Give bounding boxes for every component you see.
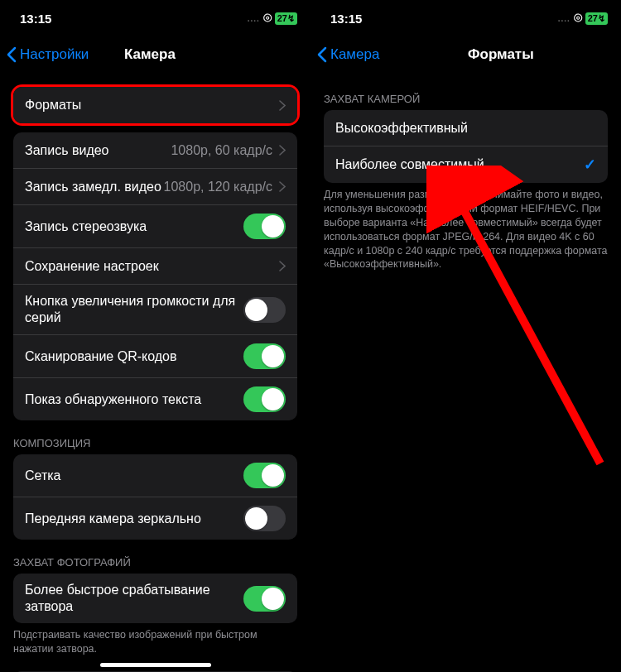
label-most-compatible: Наиболее совместимый [335, 156, 584, 173]
label-faster-shutter: Более быстрое срабатывание затвора [25, 582, 243, 615]
screen-formats: 13:15 .... ⦾ 27↯ Камера Форматы ЗАХВАТ К… [310, 0, 621, 672]
capture-footer: Подстраивать качество изображений при бы… [0, 623, 310, 656]
back-button[interactable]: Настройки [7, 46, 89, 63]
row-volume-burst[interactable]: Кнопка увеличения громкости для серий [13, 285, 297, 335]
chevron-right-icon [279, 261, 286, 271]
highlight-box: Форматы [11, 84, 300, 126]
row-high-efficiency[interactable]: Высокоэффективный [324, 110, 608, 146]
label-mirror: Передняя камера зеркально [25, 511, 243, 527]
chevron-right-icon [279, 145, 286, 156]
chevron-left-icon [7, 46, 17, 63]
back-button[interactable]: Камера [317, 46, 379, 63]
switch-qr[interactable] [243, 343, 286, 369]
content: ЗАХВАТ КАМЕРОЙ Высокоэффективный Наиболе… [310, 73, 621, 271]
row-formats[interactable]: Форматы [13, 87, 297, 123]
row-most-compatible[interactable]: Наиболее совместимый ✓ [324, 146, 608, 183]
hotspot-icon: ⦾ [263, 12, 272, 25]
status-dots: .... [248, 14, 260, 23]
row-record-video[interactable]: Запись видео 1080p, 60 кадр/с [13, 132, 297, 169]
switch-grid[interactable] [243, 463, 286, 488]
row-detected-text[interactable]: Показ обнаруженного текста [13, 378, 297, 420]
switch-volume-burst[interactable] [243, 297, 286, 323]
label-formats: Форматы [25, 97, 279, 113]
group-header-capture-camera: ЗАХВАТ КАМЕРОЙ [310, 84, 621, 110]
label-detected-text: Показ обнаруженного текста [25, 391, 243, 408]
back-label: Настройки [20, 46, 89, 63]
detail-record-video: 1080p, 60 кадр/с [171, 143, 272, 158]
status-right: .... ⦾ 27↯ [558, 12, 608, 25]
chevron-right-icon [279, 100, 286, 111]
status-bar: 13:15 .... ⦾ 27↯ [0, 0, 310, 36]
screen-camera-settings: 13:15 .... ⦾ 27↯ Настройки Камера Формат… [0, 0, 310, 672]
detail-record-slowmo: 1080p, 120 кадр/с [164, 180, 272, 194]
status-time: 13:15 [20, 12, 51, 26]
group-header-capture: ЗАХВАТ ФОТОГРАФИЙ [0, 540, 310, 574]
status-right: .... ⦾ 27↯ [248, 12, 297, 25]
nav-bar: Камера Форматы [310, 36, 621, 73]
battery-icon: 27↯ [275, 12, 297, 25]
checkmark-icon: ✓ [584, 156, 596, 174]
status-bar: 13:15 .... ⦾ 27↯ [310, 0, 621, 36]
battery-icon: 27↯ [585, 12, 608, 25]
row-grid[interactable]: Сетка [13, 454, 297, 497]
label-record-video: Запись видео [25, 142, 171, 159]
row-mirror[interactable]: Передняя камера зеркально [13, 497, 297, 540]
switch-mirror[interactable] [243, 506, 286, 531]
nav-bar: Настройки Камера [0, 36, 310, 73]
switch-faster-shutter[interactable] [243, 586, 286, 612]
formats-footer: Для уменьшения размера файла снимайте фо… [310, 183, 621, 271]
row-record-slowmo[interactable]: Запись замедл. видео 1080p, 120 кадр/с [13, 169, 297, 205]
label-volume-burst: Кнопка увеличения громкости для серий [25, 293, 243, 326]
hotspot-icon: ⦾ [574, 12, 582, 25]
page-title: Форматы [468, 46, 534, 63]
group-header-composition: КОМПОЗИЦИЯ [0, 420, 310, 454]
switch-stereo[interactable] [243, 214, 286, 239]
label-grid: Сетка [25, 468, 243, 484]
chevron-right-icon [279, 181, 286, 192]
status-time: 13:15 [330, 12, 362, 26]
row-preserve[interactable]: Сохранение настроек [13, 248, 297, 285]
home-indicator[interactable] [100, 663, 211, 667]
back-label: Камера [330, 46, 379, 63]
label-preserve: Сохранение настроек [25, 258, 279, 275]
page-title: Камера [124, 46, 176, 63]
chevron-left-icon [317, 46, 327, 63]
row-faster-shutter[interactable]: Более быстрое срабатывание затвора [13, 574, 297, 623]
row-stereo[interactable]: Запись стереозвука [13, 205, 297, 248]
content: Форматы Запись видео 1080p, 60 кадр/с За… [0, 73, 310, 672]
label-record-slowmo: Запись замедл. видео [25, 179, 164, 195]
status-dots: .... [558, 14, 570, 23]
label-high-efficiency: Высокоэффективный [335, 120, 596, 137]
label-stereo: Запись стереозвука [25, 218, 243, 235]
switch-detected-text[interactable] [243, 386, 286, 412]
label-qr: Сканирование QR-кодов [25, 348, 243, 365]
row-qr[interactable]: Сканирование QR-кодов [13, 335, 297, 378]
